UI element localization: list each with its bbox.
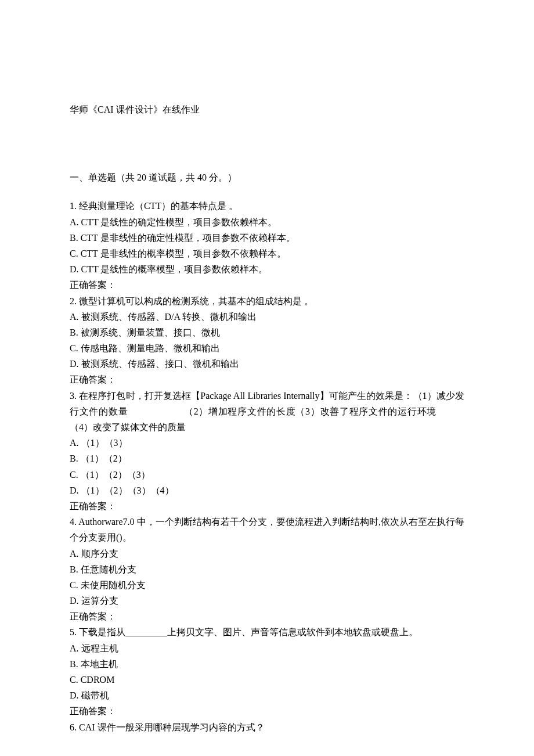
- question-6: 6. CAI 课件一般采用哪种层现学习内容的方式？: [70, 719, 464, 735]
- correct-answer-label: 正确答案：: [70, 498, 464, 514]
- correct-answer-label: 正确答案：: [70, 277, 464, 293]
- question-option: B. （1）（2）: [70, 451, 464, 466]
- page-content: 华师《CAI 课件设计》在线作业 一、单选题（共 20 道试题，共 40 分。）…: [0, 0, 534, 756]
- question-stem: 4. Authorware7.0 中，一个判断结构有若干个分支，要使流程进入判断…: [70, 514, 464, 545]
- question-option: D. （1）（2）（3）（4）: [70, 483, 464, 498]
- question-5: 5. 下载是指从_________上拷贝文字、图片、声音等信息或软件到本地软盘或…: [70, 624, 464, 719]
- question-option: D. 被测系统、传感器、接口、微机和输出: [70, 356, 464, 372]
- question-stem: 3. 在程序打包时，打开复选框【Package All Libraries In…: [70, 388, 464, 435]
- question-option: D. 磁带机: [70, 687, 464, 703]
- question-option: B. CTT 是非线性的确定性模型，项目参数不依赖样本。: [70, 230, 464, 246]
- correct-answer-label: 正确答案：: [70, 372, 464, 387]
- question-option: C. （1）（2）（3）: [70, 467, 464, 483]
- question-option: C. 传感电路、测量电路、微机和输出: [70, 340, 464, 356]
- question-option: A. CTT 是线性的确定性模型，项目参数依赖样本。: [70, 214, 464, 230]
- question-1: 1. 经典测量理论（CTT）的基本特点是 。A. CTT 是线性的确定性模型，项…: [70, 198, 464, 293]
- question-option: A. 被测系统、传感器、D/A 转换、微机和输出: [70, 309, 464, 325]
- question-stem: 1. 经典测量理论（CTT）的基本特点是 。: [70, 198, 464, 214]
- question-4: 4. Authorware7.0 中，一个判断结构有若干个分支，要使流程进入判断…: [70, 514, 464, 624]
- question-option: B. 本地主机: [70, 656, 464, 672]
- question-stem: 5. 下载是指从_________上拷贝文字、图片、声音等信息或软件到本地软盘或…: [70, 624, 464, 640]
- question-option: A. 顺序分支: [70, 546, 464, 561]
- question-stem: 6. CAI 课件一般采用哪种层现学习内容的方式？: [70, 719, 464, 735]
- section-heading: 一、单选题（共 20 道试题，共 40 分。）: [70, 170, 464, 185]
- question-option: C. CTT 是非线性的概率模型，项目参数不依赖样本。: [70, 246, 464, 261]
- correct-answer-label: 正确答案：: [70, 609, 464, 624]
- question-option: D. CTT 是线性的概率模型，项目参数依赖样本。: [70, 261, 464, 277]
- question-stem: 2. 微型计算机可以构成的检测系统，其基本的组成结构是 。: [70, 293, 464, 309]
- question-2: 2. 微型计算机可以构成的检测系统，其基本的组成结构是 。A. 被测系统、传感器…: [70, 293, 464, 388]
- question-option: D. 运算分支: [70, 593, 464, 609]
- question-3: 3. 在程序打包时，打开复选框【Package All Libraries In…: [70, 388, 464, 514]
- question-option: B. 被测系统、测量装置、接口、微机: [70, 325, 464, 340]
- question-option: A. 远程主机: [70, 640, 464, 656]
- correct-answer-label: 正确答案：: [70, 703, 464, 719]
- questions-container: 1. 经典测量理论（CTT）的基本特点是 。A. CTT 是线性的确定性模型，项…: [70, 198, 464, 735]
- question-option: B. 任意随机分支: [70, 561, 464, 577]
- question-option: A. （1）（3）: [70, 435, 464, 451]
- question-option: C. 未使用随机分支: [70, 577, 464, 593]
- document-title: 华师《CAI 课件设计》在线作业: [70, 102, 464, 117]
- question-option: C. CDROM: [70, 672, 464, 687]
